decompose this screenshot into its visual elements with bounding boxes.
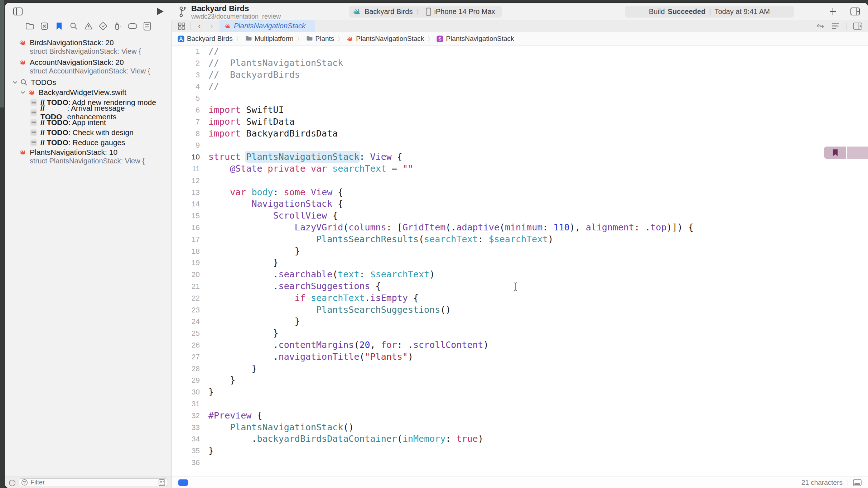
navigator-item[interactable]: // TODO: Arrival message enhancements xyxy=(5,107,172,118)
navigator-item[interactable]: // TODO: App intent xyxy=(5,118,172,128)
swift-icon xyxy=(347,35,353,42)
code-line[interactable]: 2// PlantsNavigationStack xyxy=(172,57,868,69)
code-line[interactable]: 23 PlantsSearchSuggestions() xyxy=(172,304,868,316)
breadcrumb-multiplatform[interactable]: Multiplatform xyxy=(245,35,294,43)
code-line[interactable]: 10struct PlantsNavigationStack: View { xyxy=(172,151,868,163)
code-line[interactable]: 25 } xyxy=(172,327,868,339)
code-line[interactable]: 36 xyxy=(172,457,868,469)
editor-area: ‹ › PlantsNavigationStack xyxy=(172,20,868,488)
line-number: 4 xyxy=(172,81,200,92)
scheme-selector[interactable]: Backyard Birds 〉 iPhone 14 Pro Max xyxy=(349,6,502,18)
code-text: import SwiftUI xyxy=(200,104,284,116)
selected-line-indicator[interactable] xyxy=(178,479,188,486)
activity-status[interactable]: Build Succeeded | Today at 9:41 AM xyxy=(625,6,794,18)
debug-navigator-icon[interactable] xyxy=(113,21,122,31)
navigator-item[interactable]: AccountNavigationStack: 20struct Account… xyxy=(5,58,172,75)
code-line[interactable]: 33 PlantsNavigationStack() xyxy=(172,422,868,434)
code-line[interactable]: 20 .searchable(text: $searchText) xyxy=(172,269,868,281)
minimap-icon[interactable] xyxy=(831,23,840,29)
breadcrumb-plantsnavigationstack[interactable]: SPlantsNavigationStack xyxy=(437,35,514,43)
code-line[interactable]: 21 .searchSuggestions { xyxy=(172,281,868,292)
go-back-icon[interactable]: ‹ xyxy=(196,21,203,31)
app-scheme-icon xyxy=(353,8,361,16)
navigator-item[interactable]: // TODO: Reduce gauges xyxy=(5,138,172,148)
line-number: 30 xyxy=(172,386,200,398)
tab-plantsnavigationstack[interactable]: PlantsNavigationStack xyxy=(220,20,315,32)
breadcrumb-backyard-birds[interactable]: Backyard Birds xyxy=(178,35,233,43)
todo-icon xyxy=(30,99,37,106)
code-line[interactable]: 35} xyxy=(172,445,868,457)
code-line[interactable]: 26 .contentMargins(20, for: .scrollConte… xyxy=(172,339,868,351)
code-text: // BackyardBirds xyxy=(200,69,300,81)
disclosure-chevron-icon[interactable] xyxy=(20,90,26,95)
ellipsis-circle-icon[interactable] xyxy=(9,479,16,486)
code-line[interactable]: 31 xyxy=(172,398,868,410)
add-button[interactable] xyxy=(828,6,838,16)
run-button[interactable] xyxy=(155,6,165,16)
editor-layout-icon[interactable] xyxy=(850,6,860,16)
bookmark-list-options-icon[interactable] xyxy=(158,479,165,486)
device-icon xyxy=(426,8,431,16)
reports-navigator-icon[interactable] xyxy=(143,21,152,31)
code-line[interactable]: 9 xyxy=(172,139,868,151)
code-line[interactable]: 18 } xyxy=(172,245,868,257)
toggle-navigator-icon[interactable] xyxy=(13,6,23,16)
navigator-item[interactable]: PlantsNavigationStack: 10struct PlantsNa… xyxy=(5,148,172,165)
toggle-debug-area-icon[interactable] xyxy=(853,479,862,486)
line-number: 22 xyxy=(172,292,200,304)
breadcrumb-plants[interactable]: Plants xyxy=(306,35,334,43)
code-line[interactable]: 27 .navigationTitle("Plants") xyxy=(172,351,868,363)
run-destination[interactable]: iPhone 14 Pro Max xyxy=(434,8,495,16)
filter-field[interactable] xyxy=(19,478,168,487)
disclosure-chevron-icon[interactable] xyxy=(12,80,18,85)
breadcrumb-plantsnavigationstack[interactable]: PlantsNavigationStack xyxy=(347,35,424,43)
code-line[interactable]: 8import BackyardBirdsData xyxy=(172,128,868,140)
code-line[interactable]: 34 .backyardBirdsDataContainer(inMemory:… xyxy=(172,433,868,445)
bookmark-annotation[interactable] xyxy=(824,147,868,159)
code-line[interactable]: 7import SwiftData xyxy=(172,116,868,128)
bookmark-title: PlantsNavigationStack: 10 xyxy=(30,148,117,157)
code-line[interactable]: 3// BackyardBirds xyxy=(172,69,868,81)
go-forward-icon[interactable]: › xyxy=(208,21,215,31)
navigator-item[interactable]: BirdsNavigationStack: 20struct BirdsNavi… xyxy=(5,38,172,55)
code-line[interactable]: 28 } xyxy=(172,363,868,375)
code-review-icon[interactable] xyxy=(816,23,825,29)
bookmarks-navigator-icon[interactable] xyxy=(54,21,64,31)
code-text: } xyxy=(200,363,257,375)
code-line[interactable]: 11 @State private var searchText = "" xyxy=(172,163,868,175)
project-navigator-icon[interactable] xyxy=(25,21,34,31)
changes-navigator-icon[interactable] xyxy=(40,21,49,31)
line-number: 31 xyxy=(172,398,200,410)
code-line[interactable]: 30} xyxy=(172,386,868,398)
navigator-item[interactable]: BackyardWidgetView.swift xyxy=(5,87,172,97)
code-line[interactable]: 24 } xyxy=(172,316,868,327)
code-line[interactable]: 12 xyxy=(172,175,868,187)
code-line[interactable]: 4// xyxy=(172,81,868,92)
tests-navigator-icon[interactable] xyxy=(98,21,108,31)
filter-input[interactable] xyxy=(30,479,156,486)
issues-navigator-icon[interactable] xyxy=(84,21,93,31)
source-editor[interactable]: 1//2// PlantsNavigationStack3// Backyard… xyxy=(172,46,868,477)
code-line[interactable]: 22 if searchText.isEmpty { xyxy=(172,292,868,304)
scheme-name[interactable]: Backyard Birds xyxy=(365,8,413,16)
code-line[interactable]: 19 } xyxy=(172,257,868,269)
navigator-item[interactable]: TODOs xyxy=(5,77,172,87)
code-line[interactable]: 1// xyxy=(172,46,868,57)
code-line[interactable]: 16 LazyVGrid(columns: [GridItem(.adaptiv… xyxy=(172,222,868,234)
code-line[interactable]: 13 var body: some View { xyxy=(172,187,868,198)
breakpoints-navigator-icon[interactable] xyxy=(128,21,137,31)
code-line[interactable]: 6import SwiftUI xyxy=(172,104,868,116)
code-line[interactable]: 17 PlantsSearchResults(searchText: $sear… xyxy=(172,234,868,245)
related-items-icon[interactable] xyxy=(178,22,185,30)
line-number: 24 xyxy=(172,316,200,327)
code-line[interactable]: 29 } xyxy=(172,374,868,386)
code-line[interactable]: 32#Preview { xyxy=(172,410,868,422)
code-text: } xyxy=(200,257,279,269)
code-line[interactable]: 5 xyxy=(172,92,868,104)
code-line[interactable]: 14 NavigationStack { xyxy=(172,198,868,210)
code-line[interactable]: 15 ScrollView { xyxy=(172,210,868,222)
find-navigator-icon[interactable] xyxy=(69,21,78,31)
navigator-item[interactable]: // TODO: Check with design xyxy=(5,128,172,138)
code-text: ScrollView { xyxy=(200,210,338,222)
add-editor-icon[interactable] xyxy=(853,23,862,30)
